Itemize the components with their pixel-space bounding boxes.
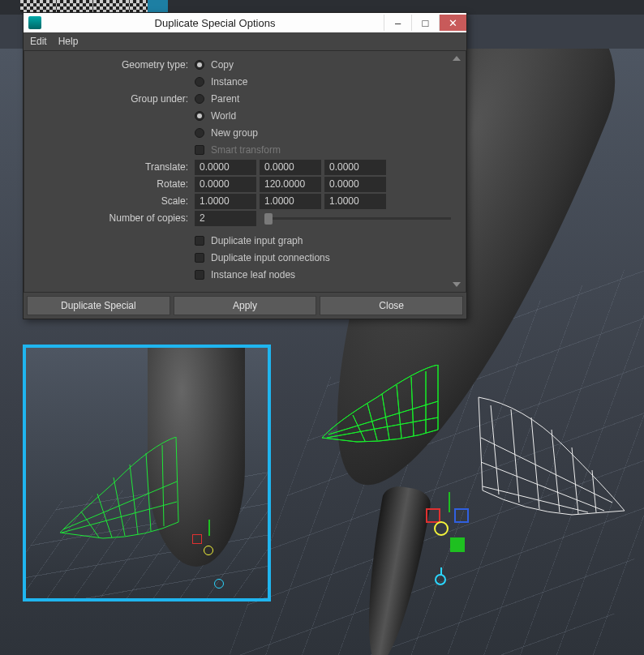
dialog-titlebar[interactable]: Duplicate Special Options – □ ✕ <box>24 13 466 32</box>
copies-slider[interactable] <box>264 217 451 220</box>
rotate-z-input[interactable] <box>324 177 386 192</box>
copies-label: Number of copies: <box>24 212 195 224</box>
minimize-button[interactable]: – <box>384 15 411 31</box>
translate-z-input[interactable] <box>324 160 386 175</box>
shelf-item[interactable] <box>148 0 168 12</box>
duplicate-special-dialog: Duplicate Special Options – □ ✕ Edit Hel… <box>23 12 467 319</box>
rocket-fin-wire <box>474 389 629 527</box>
apply-button[interactable]: Apply <box>174 296 317 315</box>
shelf-item[interactable] <box>20 0 57 12</box>
instance-leaf-label: Instance leaf nodes <box>211 269 295 280</box>
scale-y-input[interactable] <box>260 194 321 209</box>
manip-center-icon[interactable] <box>434 521 449 536</box>
copies-input[interactable] <box>195 211 256 226</box>
translate-y-input[interactable] <box>260 160 321 175</box>
duplicate-special-button[interactable]: Duplicate Special <box>27 296 170 315</box>
menu-help[interactable]: Help <box>58 36 79 47</box>
geometry-copy-label: Copy <box>211 59 234 71</box>
scroll-down-icon[interactable] <box>451 282 462 287</box>
close-dialog-button[interactable]: Close <box>320 296 463 315</box>
close-button[interactable]: ✕ <box>439 15 466 31</box>
smart-transform-checkbox[interactable] <box>195 145 204 155</box>
group-under-label: Group under: <box>24 93 195 105</box>
maya-icon <box>28 16 41 29</box>
translate-x-input[interactable] <box>195 160 256 175</box>
inset-viewport <box>23 345 271 601</box>
group-newgroup-radio[interactable] <box>195 128 204 138</box>
scale-z-input[interactable] <box>324 194 386 209</box>
translate-label: Translate: <box>24 161 195 173</box>
geometry-copy-radio[interactable] <box>195 60 204 70</box>
maximize-button[interactable]: □ <box>411 15 439 31</box>
dialog-title: Duplicate Special Options <box>46 17 384 29</box>
scale-label: Scale: <box>24 195 195 207</box>
manip-z-icon[interactable] <box>454 508 469 523</box>
group-world-radio[interactable] <box>195 111 204 121</box>
geometry-type-label: Geometry type: <box>24 59 195 71</box>
dup-input-conn-label: Duplicate input connections <box>211 252 330 263</box>
rotate-label: Rotate: <box>24 178 195 190</box>
rocket-fin-selected <box>320 365 442 446</box>
scroll-up-icon[interactable] <box>451 56 462 61</box>
smart-transform-label: Smart transform <box>211 144 281 156</box>
transform-manipulator[interactable] <box>426 508 491 573</box>
scale-x-input[interactable] <box>195 194 256 209</box>
manip-y-icon[interactable] <box>450 537 465 552</box>
manip-x-icon[interactable] <box>426 508 440 523</box>
dup-input-graph-label: Duplicate input graph <box>211 235 303 246</box>
dialog-menubar: Edit Help <box>24 32 466 50</box>
shelf-item[interactable] <box>57 0 93 12</box>
pivot-icon <box>435 574 446 585</box>
geometry-instance-label: Instance <box>211 76 247 88</box>
geometry-instance-radio[interactable] <box>195 77 204 87</box>
group-parent-radio[interactable] <box>195 94 204 104</box>
group-parent-label: Parent <box>211 93 239 105</box>
rotate-y-input[interactable] <box>260 177 321 192</box>
dup-input-graph-checkbox[interactable] <box>195 236 204 246</box>
rotate-x-input[interactable] <box>195 177 256 192</box>
group-world-label: World <box>211 110 236 122</box>
dup-input-conn-checkbox[interactable] <box>195 253 204 263</box>
group-newgroup-label: New group <box>211 127 258 139</box>
menu-edit[interactable]: Edit <box>30 36 47 47</box>
instance-leaf-checkbox[interactable] <box>195 270 204 280</box>
shelf-item[interactable] <box>93 0 130 12</box>
